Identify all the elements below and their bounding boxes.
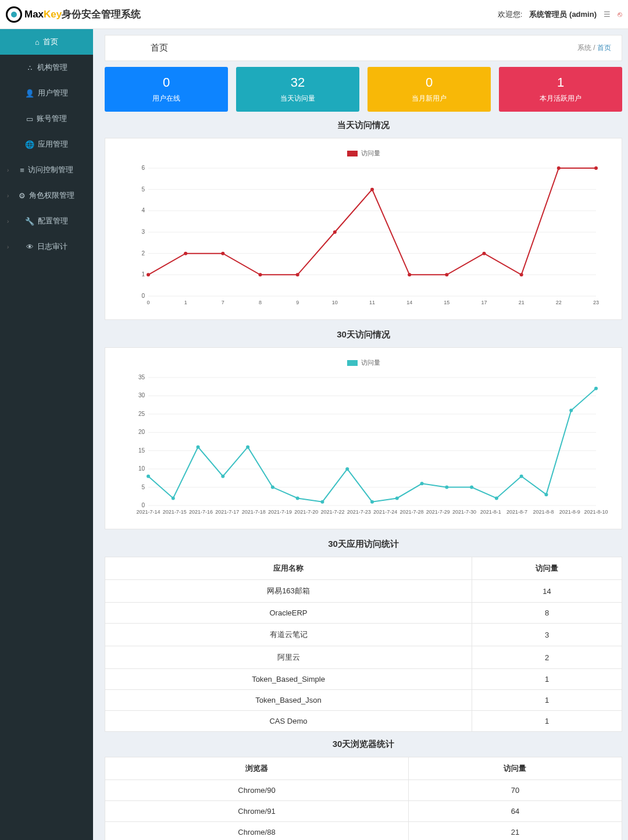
table-cell: 21 — [408, 822, 622, 841]
svg-text:5: 5 — [141, 484, 145, 490]
svg-point-89 — [520, 475, 523, 478]
svg-point-86 — [445, 486, 448, 489]
sidebar-item-label: 账号管理 — [37, 113, 67, 124]
svg-text:6: 6 — [141, 165, 145, 171]
svg-text:11: 11 — [369, 300, 375, 305]
chart1-legend-label: 访问量 — [361, 149, 380, 158]
svg-text:15: 15 — [138, 447, 145, 454]
header: MaxKey身份安全管理系统 欢迎您: 系统管理员 (admin) ☰ ⎋ — [0, 0, 628, 29]
svg-point-83 — [370, 500, 374, 504]
svg-point-77 — [221, 475, 224, 478]
svg-point-38 — [557, 166, 561, 170]
svg-text:1: 1 — [184, 300, 187, 305]
logo-suffix: 身份安全管理系统 — [62, 8, 141, 21]
logo-icon — [6, 6, 22, 23]
sidebar-item-0[interactable]: ⌂首页 — [0, 29, 93, 55]
stat-card-3: 1本月活跃用户 — [499, 67, 622, 112]
svg-point-78 — [246, 445, 249, 449]
svg-point-90 — [544, 493, 548, 496]
cogs-icon: ⚙ — [19, 191, 26, 200]
svg-text:23: 23 — [593, 300, 599, 305]
chart2-legend-swatch — [347, 360, 358, 366]
table-browsers-title: 30天浏览器统计 — [105, 739, 622, 750]
table-cell: 1 — [472, 690, 622, 711]
table-cell: 3 — [472, 624, 622, 646]
svg-text:2021-8-1: 2021-8-1 — [480, 509, 501, 515]
sidebar-item-3[interactable]: ▭账号管理 — [0, 106, 93, 131]
stat-label: 当天访问量 — [236, 94, 359, 104]
chart2-panel: 访问量 051015202530352021-7-142021-7-152021… — [105, 347, 622, 529]
sidebar-item-8[interactable]: ›👁日志审计 — [0, 234, 93, 259]
svg-text:9: 9 — [296, 300, 299, 305]
svg-point-32 — [333, 230, 337, 234]
sidebar-item-4[interactable]: 🌐应用管理 — [0, 131, 93, 157]
svg-point-29 — [221, 252, 224, 255]
table-row: Chrome/8821 — [105, 822, 622, 841]
stat-card-1: 32当天访问量 — [236, 67, 359, 112]
svg-point-76 — [197, 445, 200, 449]
svg-text:30: 30 — [138, 392, 145, 398]
table-apps: 应用名称访问量网易163邮箱14OracleERP8有道云笔记3阿里云2Toke… — [105, 557, 622, 732]
svg-point-84 — [395, 496, 399, 500]
table-cell: 14 — [472, 580, 622, 603]
svg-text:2021-7-29: 2021-7-29 — [426, 509, 450, 515]
table-cell: 64 — [408, 801, 622, 822]
sidebar-item-label: 角色权限管理 — [29, 190, 74, 201]
sitemap-icon: ⛬ — [26, 63, 34, 72]
logout-icon[interactable]: ⎋ — [618, 10, 622, 19]
svg-point-34 — [408, 273, 411, 276]
svg-text:21: 21 — [519, 300, 524, 305]
svg-point-37 — [520, 273, 523, 276]
main-content: 首页 系统 / 首页 0用户在线32当天访问量0当月新用户1本月活跃用户 当天访… — [99, 35, 628, 840]
table-cell: 有道云笔记 — [105, 624, 472, 646]
table-row: 有道云笔记3 — [105, 624, 622, 646]
svg-point-28 — [184, 252, 187, 255]
svg-text:2021-7-19: 2021-7-19 — [268, 509, 292, 515]
chart1-legend-swatch — [347, 151, 358, 156]
sidebar-item-7[interactable]: ›🔧配置管理 — [0, 208, 93, 234]
table-header: 访问量 — [472, 557, 622, 580]
svg-point-27 — [147, 273, 150, 276]
svg-text:3: 3 — [141, 229, 145, 235]
current-user: 系统管理员 (admin) — [529, 9, 597, 20]
table-browsers: 浏览器访问量Chrome/9070Chrome/9164Chrome/8821F… — [105, 757, 622, 840]
sidebar-item-label: 首页 — [43, 37, 58, 47]
svg-text:2021-7-15: 2021-7-15 — [163, 509, 187, 515]
svg-text:2021-7-16: 2021-7-16 — [189, 509, 213, 515]
chart1: 0123456017891011141517212223 — [116, 162, 611, 314]
sidebar-item-2[interactable]: 👤用户管理 — [0, 80, 93, 106]
stat-value: 1 — [499, 75, 622, 90]
idcard-icon: ▭ — [26, 115, 33, 123]
svg-text:2021-7-20: 2021-7-20 — [294, 509, 318, 515]
sidebar-item-5[interactable]: ›≡访问控制管理 — [0, 157, 93, 183]
stat-label: 本月活跃用户 — [499, 94, 622, 104]
table-row: Chrome/9164 — [105, 801, 622, 822]
svg-text:2021-8-8: 2021-8-8 — [533, 509, 554, 515]
sidebar-item-6[interactable]: ›⚙角色权限管理 — [0, 183, 93, 208]
stat-value: 0 — [105, 75, 228, 90]
stat-card-2: 0当月新用户 — [367, 67, 491, 112]
svg-point-82 — [345, 467, 349, 471]
table-cell: 1 — [472, 711, 622, 732]
menu-toggle-icon[interactable]: ☰ — [604, 10, 611, 19]
table-row: Token_Based_Simple1 — [105, 669, 622, 690]
sidebar-item-label: 配置管理 — [38, 216, 68, 226]
svg-text:22: 22 — [556, 300, 562, 305]
svg-point-31 — [296, 273, 299, 276]
table-header: 应用名称 — [105, 557, 472, 580]
svg-text:1: 1 — [141, 271, 145, 277]
svg-text:2021-8-7: 2021-8-7 — [506, 509, 527, 515]
chevron-icon: › — [7, 167, 9, 173]
table-apps-title: 30天应用访问统计 — [105, 539, 622, 550]
svg-point-74 — [147, 475, 150, 478]
svg-text:7: 7 — [222, 300, 224, 305]
svg-point-79 — [271, 486, 274, 489]
table-row: 阿里云2 — [105, 646, 622, 669]
table-cell: 网易163邮箱 — [105, 580, 472, 603]
sidebar: ⌂首页⛬机构管理👤用户管理▭账号管理🌐应用管理›≡访问控制管理›⚙角色权限管理›… — [0, 29, 93, 840]
stat-card-0: 0用户在线 — [105, 67, 228, 112]
sidebar-item-1[interactable]: ⛬机构管理 — [0, 55, 93, 80]
svg-text:5: 5 — [141, 186, 145, 193]
breadcrumb-current[interactable]: 首页 — [597, 44, 611, 52]
logo-text-key: Key — [44, 9, 62, 20]
